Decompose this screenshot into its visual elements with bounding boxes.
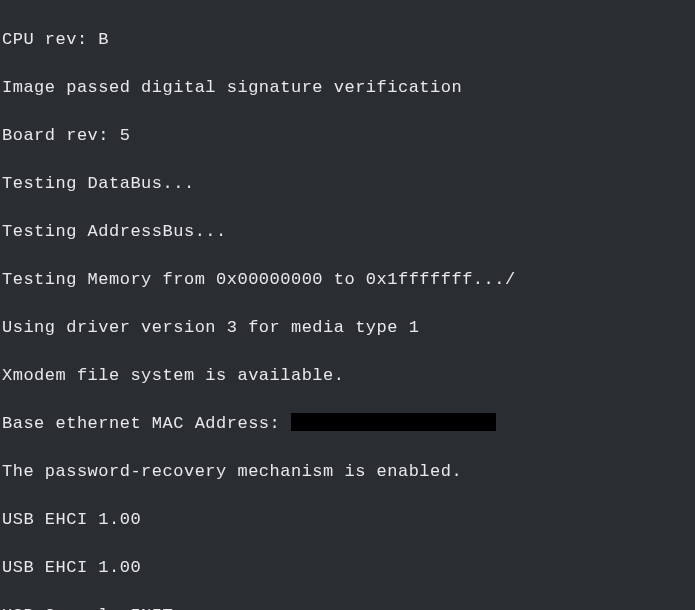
boot-line-driver: Using driver version 3 for media type 1 [2, 316, 693, 340]
boot-line-usb-ehci-1: USB EHCI 1.00 [2, 508, 693, 532]
boot-line-board-rev: Board rev: 5 [2, 124, 693, 148]
boot-line-mac: Base ethernet MAC Address: [2, 412, 693, 436]
boot-line-usb-ehci-2: USB EHCI 1.00 [2, 556, 693, 580]
terminal-output: CPU rev: B Image passed digital signatur… [2, 4, 693, 610]
boot-line-cpu-rev: CPU rev: B [2, 28, 693, 52]
boot-line-test-addressbus: Testing AddressBus... [2, 220, 693, 244]
boot-line-xmodem: Xmodem file system is available. [2, 364, 693, 388]
boot-line-password-recovery: The password-recovery mechanism is enabl… [2, 460, 693, 484]
mac-label: Base ethernet MAC Address: [2, 414, 291, 433]
boot-line-signature: Image passed digital signature verificat… [2, 76, 693, 100]
boot-line-test-databus: Testing DataBus... [2, 172, 693, 196]
redacted-mac-address [291, 413, 496, 431]
boot-line-test-memory: Testing Memory from 0x00000000 to 0x1fff… [2, 268, 693, 292]
boot-line-usb-console: USB Console INIT [2, 604, 693, 610]
